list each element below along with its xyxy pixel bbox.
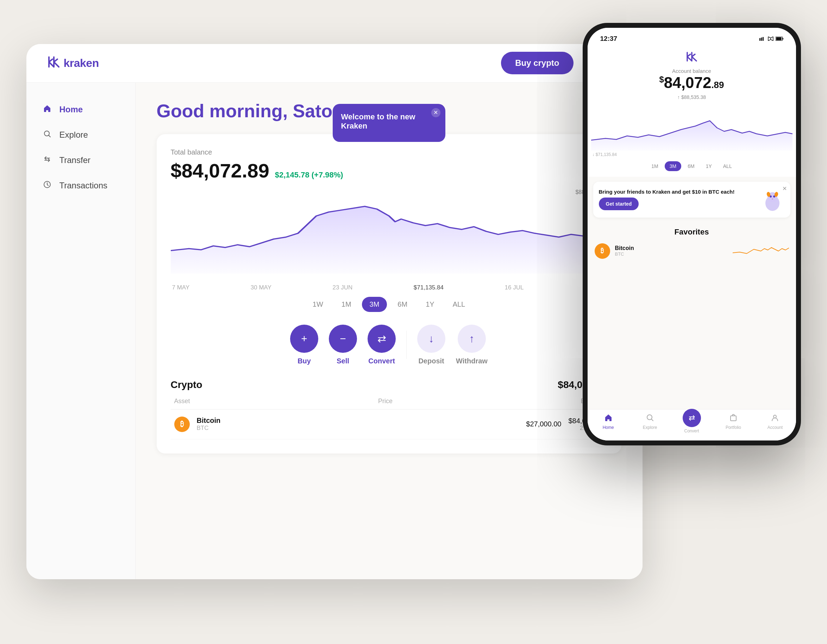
sidebar-item-transactions[interactable]: Transactions <box>27 173 135 198</box>
phone-home-icon <box>604 414 612 424</box>
phone-btc-name: Bitcoin <box>615 245 728 251</box>
sidebar-item-explore[interactable]: Explore <box>27 122 135 148</box>
phone-balance-main: 84,072 <box>664 74 712 91</box>
phone-nav-explore[interactable]: Explore <box>629 414 671 433</box>
phone-nav-convert-label: Convert <box>684 429 699 433</box>
phone-explore-icon <box>646 414 654 424</box>
chart-container: $88,535.38 <box>171 189 607 281</box>
action-divider <box>406 331 407 359</box>
x-label-3: $71,135.84 <box>414 284 443 291</box>
time-filter-6m[interactable]: 6M <box>390 297 415 312</box>
phone-referral-button[interactable]: Get started <box>599 198 639 210</box>
svg-point-22 <box>772 198 773 200</box>
sidebar-transfer-label: Transfer <box>59 155 91 165</box>
withdraw-label: Withdraw <box>456 357 488 365</box>
phone-status-icons <box>759 37 783 41</box>
svg-point-27 <box>774 415 776 418</box>
sidebar: Home Explore <box>27 83 136 579</box>
svg-rect-14 <box>763 37 764 41</box>
phone-btc-row[interactable]: ₿ Bitcoin BTC <box>595 242 789 260</box>
phone-statusbar: 12:37 <box>588 28 796 46</box>
kraken-logo-icon <box>48 56 60 70</box>
phone-nav-explore-label: Explore <box>643 425 657 430</box>
deposit-label: Deposit <box>418 357 444 365</box>
phone-chart-svg <box>591 108 793 151</box>
balance-change: $2,145.78 (+7.98%) <box>275 170 343 179</box>
sell-circle-button[interactable]: − <box>329 324 357 353</box>
phone-filter-all[interactable]: ALL <box>718 161 737 171</box>
buy-crypto-button[interactable]: Buy crypto <box>501 52 573 74</box>
phone-filter-6m[interactable]: 6M <box>683 161 699 171</box>
phone-balance-decimal: .89 <box>711 80 724 90</box>
balance-chart <box>171 189 607 274</box>
phone-chart: ↓ $71,135.84 <box>588 108 796 159</box>
balance-value: $84,072.89 <box>171 159 269 182</box>
x-label-0: 7 MAY <box>172 284 190 291</box>
phone-nav-account[interactable]: Account <box>754 414 796 433</box>
balance-label: Total balance <box>171 148 607 156</box>
home-icon <box>42 104 53 114</box>
buy-label: Buy <box>298 357 311 365</box>
phone-filter-1y[interactable]: 1Y <box>701 161 717 171</box>
phone-filter-1m[interactable]: 1M <box>646 161 663 171</box>
asset-price: $27,000.00 <box>526 420 561 428</box>
phone-favorites-title: Favorites <box>595 228 789 237</box>
asset-name: Bitcoin <box>197 416 519 425</box>
svg-rect-26 <box>730 416 736 421</box>
time-filter-1w[interactable]: 1W <box>305 297 331 312</box>
welcome-banner-close[interactable]: ✕ <box>431 108 440 117</box>
transfer-icon <box>42 155 53 165</box>
explore-icon <box>42 130 53 140</box>
crypto-title: Crypto <box>171 379 203 390</box>
table-row[interactable]: ₿ Bitcoin BTC $27,000.00 $84,072.89 2.86… <box>171 410 607 440</box>
phone-referral-title: Bring your friends to Kraken and get $10… <box>599 189 756 195</box>
phone-nav-account-label: Account <box>768 425 783 430</box>
time-filter-3m[interactable]: 3M <box>362 297 387 312</box>
crypto-table-header: Asset Price Balance <box>171 398 607 410</box>
time-filter-1m[interactable]: 1M <box>334 297 359 312</box>
buy-action: + Buy <box>290 324 318 365</box>
phone-nav-portfolio-label: Portfolio <box>726 425 741 430</box>
phone-btc-icon: ₿ <box>595 243 610 259</box>
phone-bottom-nav: Home Explore ⇄ Convert Portfolio <box>588 409 796 440</box>
withdraw-circle-button[interactable]: ↑ <box>458 324 486 353</box>
sidebar-home-label: Home <box>59 104 83 114</box>
phone: 12:37 Account balance <box>583 23 801 445</box>
convert-circle-button[interactable]: ⇄ <box>368 324 396 353</box>
time-filter-1y[interactable]: 1Y <box>418 297 442 312</box>
balance-amount: $84,072.89 $2,145.78 (+7.98%) <box>171 159 607 182</box>
phone-chart-low-label: ↓ $71,135.84 <box>591 152 793 159</box>
phone-time: 12:37 <box>600 35 618 43</box>
time-filter-all[interactable]: ALL <box>445 297 473 312</box>
transactions-icon <box>42 181 53 190</box>
phone-referral-banner: Bring your friends to Kraken and get $10… <box>593 182 790 218</box>
sidebar-item-transfer[interactable]: Transfer <box>27 148 135 173</box>
deposit-circle-button[interactable]: ↓ <box>417 324 445 353</box>
phone-screen: 12:37 Account balance <box>588 28 796 440</box>
referral-close-icon[interactable]: ✕ <box>782 185 787 192</box>
phone-balance-high: ↑ $88,535.38 <box>598 94 785 100</box>
sidebar-item-home[interactable]: Home <box>27 97 135 122</box>
phone-nav-convert[interactable]: ⇄ Convert <box>671 414 712 433</box>
chart-x-labels: 7 MAY 30 MAY 23 JUN $71,135.84 16 JUL 10… <box>171 284 607 291</box>
welcome-banner-title: Welcome to the new Kraken <box>341 112 437 131</box>
svg-rect-13 <box>761 37 762 41</box>
svg-rect-17 <box>783 38 783 39</box>
sidebar-transactions-label: Transactions <box>59 181 108 190</box>
phone-nav-home[interactable]: Home <box>588 414 629 433</box>
phone-filter-3m[interactable]: 3M <box>665 161 681 171</box>
desktop-body: Home Explore <box>27 83 643 579</box>
time-filters: 1W 1M 3M 6M 1Y ALL <box>171 297 607 312</box>
svg-rect-12 <box>759 38 760 41</box>
phone-referral-image <box>760 187 785 212</box>
withdraw-action: ↑ Withdraw <box>456 324 488 365</box>
phone-convert-circle[interactable]: ⇄ <box>683 409 701 427</box>
phone-nav-portfolio[interactable]: Portfolio <box>713 414 754 433</box>
deposit-action: ↓ Deposit <box>417 324 445 365</box>
phone-mini-chart <box>733 242 789 260</box>
phone-portfolio-icon <box>729 414 737 424</box>
phone-balance-amount: $84,072.89 <box>598 74 785 92</box>
convert-action: ⇄ Convert <box>368 324 396 365</box>
phone-account-icon <box>771 414 779 424</box>
buy-circle-button[interactable]: + <box>290 324 318 353</box>
